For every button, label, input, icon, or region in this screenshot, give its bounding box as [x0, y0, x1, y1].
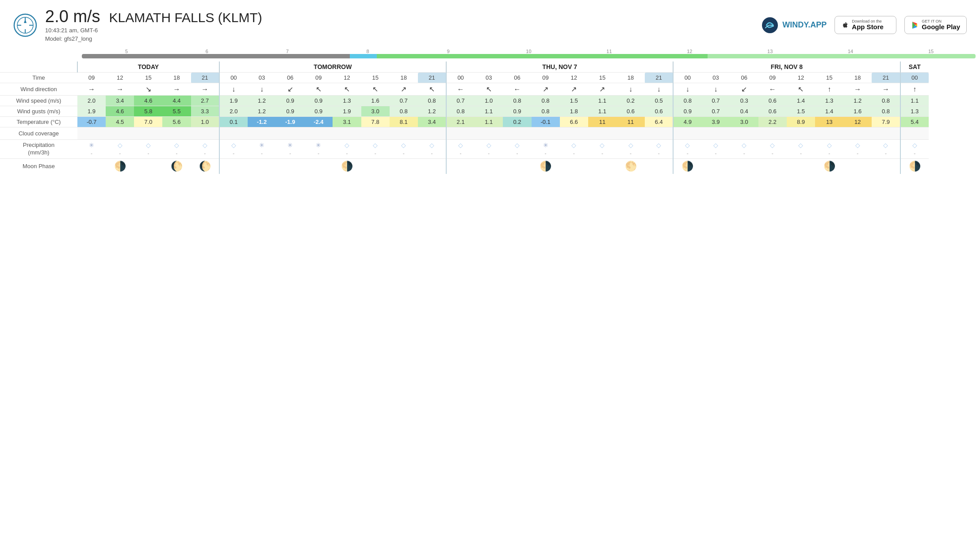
wind-gust-tomorrow-4: 1.9	[333, 106, 361, 117]
moon-tomorrow-7	[418, 158, 446, 174]
timeline-day-5: 5	[86, 49, 167, 54]
wind-dir-thu-7: ↓	[645, 83, 673, 96]
moon-fri-0: 🌗	[673, 158, 701, 174]
cloud-thu-5	[588, 127, 616, 140]
windy-logo: WINDY.APP	[761, 16, 827, 34]
precip-val-thu-5: -	[588, 150, 616, 158]
precip-icon-thu-0: ◇	[446, 140, 475, 150]
temp-fri-1: 3.9	[701, 117, 730, 127]
timeline-day-8: 8	[328, 49, 408, 54]
wind-speed-thu-4: 1.5	[560, 96, 588, 106]
temp-fri-2: 3.0	[730, 117, 758, 127]
wind-gust-thu-5: 1.1	[588, 106, 616, 117]
moon-thu-0	[446, 158, 475, 174]
cloud-fri-1	[701, 127, 730, 140]
cloud-fri-6	[843, 127, 872, 140]
moon-tomorrow-5	[361, 158, 390, 174]
precip-icon-thu-1: ◇	[475, 140, 503, 150]
wind-speed-fri-4: 1.4	[787, 96, 815, 106]
precip-val-thu-1: -	[475, 150, 503, 158]
precip-val-tomorrow-1: -	[248, 150, 276, 158]
temp-fri-0: 4.9	[673, 117, 701, 127]
google-play-badge[interactable]: GET IT ON Google Play	[904, 16, 967, 34]
time-cell-thu-1: 03	[475, 73, 503, 83]
wind-dir-tomorrow-5: ↖	[361, 83, 390, 96]
wind-speed-tomorrow-7: 0.8	[418, 96, 446, 106]
wind-speed-label: Wind speed (m/s)	[0, 96, 77, 106]
precip-icon-fri-3: ◇	[758, 140, 787, 150]
temp-today-1: 4.5	[106, 117, 134, 127]
moon-today-4: 🌔	[191, 158, 219, 174]
temp-thu-6: 11	[616, 117, 645, 127]
moon-fri-2	[730, 158, 758, 174]
moon-tomorrow-0	[219, 158, 248, 174]
windy-icon	[761, 16, 779, 34]
precip-icon-thu-2: ◇	[503, 140, 531, 150]
moon-fri-4	[787, 158, 815, 174]
empty-label	[0, 62, 77, 73]
temp-thu-0: 2.1	[446, 117, 475, 127]
precip-icon-tomorrow-5: ◇	[361, 140, 390, 150]
time-cell-sat-0: 00	[900, 73, 929, 83]
wind-gust-today-4: 3.3	[191, 106, 219, 117]
precip-icon-fri-4: ◇	[787, 140, 815, 150]
cloud-tomorrow-7	[418, 127, 446, 140]
wind-dir-today-2: ↘	[134, 83, 162, 96]
wind-gust-fri-3: 0.6	[758, 106, 787, 117]
header: 2.0 m/s KLAMATH FALLS (KLMT) 10:43:21 am…	[0, 0, 980, 46]
moon-tomorrow-4: 🌗	[333, 158, 361, 174]
precip-val-thu-7: -	[645, 150, 673, 158]
app-store-badge[interactable]: Download on the App Store	[835, 16, 896, 34]
wind-speed-tomorrow-0: 1.9	[219, 96, 248, 106]
cloud-thu-0	[446, 127, 475, 140]
temp-tomorrow-2: -1.9	[276, 117, 304, 127]
moon-thu-2	[503, 158, 531, 174]
wind-dir-fri-3: ←	[758, 83, 787, 96]
moon-thu-3: 🌗	[532, 158, 560, 174]
wind-gust-tomorrow-0: 2.0	[219, 106, 248, 117]
precip-val-thu-6: -	[616, 150, 645, 158]
weather-table: TODAYTOMORROWTHU, NOV 7FRI, NOV 8SATTime…	[0, 62, 929, 174]
cloud-fri-5	[815, 127, 843, 140]
wind-dir-tomorrow-0: ↓	[219, 83, 248, 96]
precip-val-tomorrow-0: -	[219, 150, 248, 158]
temp-tomorrow-3: -2.4	[304, 117, 333, 127]
wind-gust-thu-2: 0.9	[503, 106, 531, 117]
time-cell-tomorrow-3: 09	[304, 73, 333, 83]
cloud-coverage-label: Cloud coverage	[0, 127, 77, 140]
wind-dir-fri-0: ↓	[673, 83, 701, 96]
moon-today-2	[134, 158, 162, 174]
time-cell-fri-4: 12	[787, 73, 815, 83]
temp-tomorrow-1: -1.2	[248, 117, 276, 127]
cloud-fri-0	[673, 127, 701, 140]
tl-future2	[708, 54, 976, 58]
precip-icon-fri-6: ◇	[843, 140, 872, 150]
temp-tomorrow-5: 7.8	[361, 117, 390, 127]
moon-fri-7	[872, 158, 900, 174]
moon-phase-label: Moon Phase	[0, 158, 77, 174]
precip-val-today-2: -	[134, 150, 162, 158]
tl-current	[350, 54, 377, 58]
wind-gusts-label: Wind gusts (m/s)	[0, 106, 77, 117]
wind-dir-label: Wind direction	[0, 83, 77, 96]
wind-dir-today-3: →	[162, 83, 191, 96]
windy-label: WINDY.APP	[782, 20, 827, 30]
wind-gust-fri-5: 1.4	[815, 106, 843, 117]
precip-val-fri-5: -	[815, 150, 843, 158]
timeline-section: 56789101112131415	[0, 46, 980, 62]
wind-gust-fri-6: 1.6	[843, 106, 872, 117]
time-cell-thu-7: 21	[645, 73, 673, 83]
wind-dir-thu-1: ↖	[475, 83, 503, 96]
wind-gust-fri-7: 0.8	[872, 106, 900, 117]
wind-dir-fri-6: →	[843, 83, 872, 96]
time-cell-tomorrow-7: 21	[418, 73, 446, 83]
header-left: 2.0 m/s KLAMATH FALLS (KLMT) 10:43:21 am…	[13, 8, 262, 42]
apple-icon	[841, 21, 849, 29]
wind-gust-tomorrow-6: 0.8	[390, 106, 418, 117]
wind-speed-today-2: 4.6	[134, 96, 162, 106]
wind-gust-tomorrow-5: 3.0	[361, 106, 390, 117]
wind-speed-tomorrow-6: 0.7	[390, 96, 418, 106]
precip-val-thu-0: -	[446, 150, 475, 158]
precip-val-fri-6: -	[843, 150, 872, 158]
wind-dir-fri-7: →	[872, 83, 900, 96]
